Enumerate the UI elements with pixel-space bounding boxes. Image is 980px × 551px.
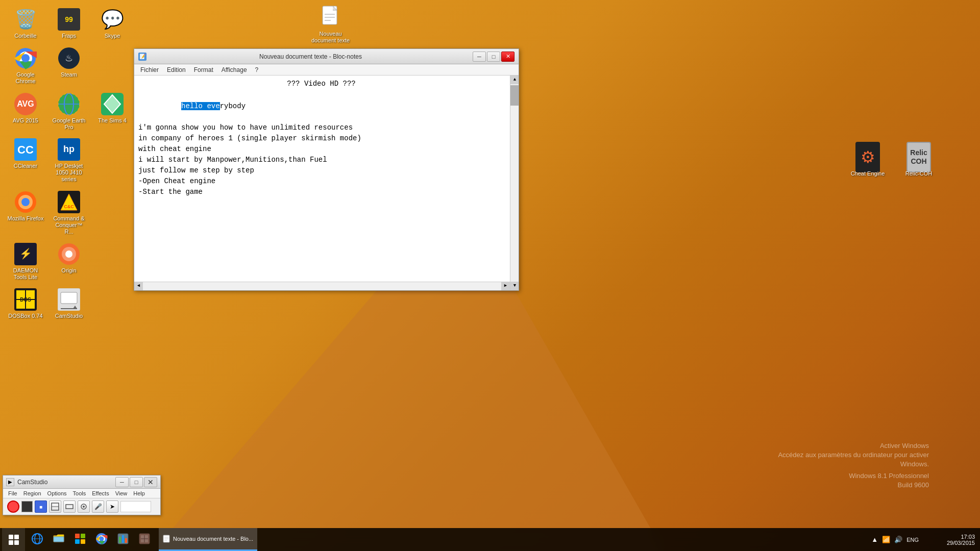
taskbar-notepad[interactable]: Nouveau document texte - Blo... — [159, 528, 257, 551]
cam-menu-options[interactable]: Options — [44, 489, 70, 497]
activation-line3: Windows. — [778, 460, 929, 469]
icon-camstudio-desk[interactable]: CamStudio — [48, 285, 89, 321]
tray-battery[interactable]: ENG — [906, 537, 919, 543]
taskbar-task-manager[interactable] — [113, 528, 133, 551]
cam-menu-view[interactable]: View — [112, 489, 131, 497]
svg-rect-46 — [54, 537, 64, 542]
camstudio-window: ▶ CamStudio ─ □ ✕ File Region Options To… — [3, 475, 161, 515]
icon-hp-label: HP Deskjet 1050 J410 series — [51, 163, 87, 183]
taskbar: Nouveau document texte - Blo... ▲ 📶 🔊 EN… — [0, 528, 980, 551]
tray-arrow[interactable]: ▲ — [871, 536, 878, 543]
taskbar-explorer[interactable] — [48, 528, 69, 551]
text-line8: -Open Cheat engine — [138, 176, 504, 187]
text-line5: with cheat engine — [138, 144, 504, 155]
svg-rect-48 — [81, 534, 85, 538]
camstudio-minimize[interactable]: ─ — [115, 477, 129, 487]
start-button[interactable] — [2, 528, 25, 551]
svg-text:CC: CC — [17, 143, 34, 156]
icon-dosbox[interactable]: DOS DOSBox 0.74 — [5, 285, 46, 321]
icon-corbeille[interactable]: 🗑️ Corbeille — [5, 5, 46, 41]
cam-record-button[interactable] — [7, 500, 19, 513]
cam-menu-effects[interactable]: Effects — [89, 489, 112, 497]
cam-btn-cursor[interactable]: ➤ — [106, 500, 118, 513]
minimize-button[interactable]: ─ — [473, 52, 486, 62]
icon-fraps[interactable]: 99 Fraps — [48, 5, 89, 41]
svg-point-2 — [21, 54, 30, 62]
icon-mozilla-label: Mozilla Firefox — [8, 215, 44, 222]
camstudio-restore[interactable]: □ — [130, 477, 143, 487]
icon-avg[interactable]: AVG AVG 2015 — [5, 90, 46, 133]
notepad-window: 📝 Nouveau document texte - Bloc-notes ─ … — [134, 48, 519, 291]
text-line3: i'm gonna show you how to have unlimited… — [138, 122, 504, 133]
scrollbar-left[interactable]: ◀ — [134, 282, 143, 291]
icon-ccleaner[interactable]: CC CCleaner — [5, 135, 46, 185]
close-button[interactable]: ✕ — [501, 52, 514, 62]
icon-google-chrome[interactable]: Google Chrome — [5, 44, 46, 87]
menu-fichier[interactable]: Fichier — [136, 65, 163, 74]
icon-origin[interactable]: Origin — [48, 240, 89, 283]
tray-volume[interactable]: 🔊 — [894, 536, 902, 543]
icon-mozilla[interactable]: Mozilla Firefox — [5, 188, 46, 238]
svg-rect-47 — [75, 534, 80, 538]
cam-menu-tools[interactable]: Tools — [70, 489, 89, 497]
cam-btn-region1[interactable] — [49, 500, 61, 513]
scrollbar-down[interactable]: ▼ — [510, 282, 519, 290]
icon-daemon[interactable]: ⚡ DAEMON Tools Lite — [5, 240, 46, 283]
cam-btn-mic[interactable]: 🎤 — [92, 500, 104, 513]
camstudio-title-text: CamStudio — [17, 479, 47, 486]
desktop: 🗑️ Corbeille 99 Fraps 💬 Skype — [0, 0, 980, 551]
icon-chrome-label: Google Chrome — [7, 71, 44, 85]
menu-format[interactable]: Format — [190, 65, 217, 74]
clock-date: 29/03/2015 — [947, 540, 975, 546]
taskbar-ie[interactable] — [27, 528, 47, 551]
cam-btn-region2[interactable] — [63, 500, 76, 513]
icon-sims[interactable]: The Sims 4 — [92, 90, 133, 133]
cam-menu-help[interactable]: Help — [130, 489, 148, 497]
origin-icon — [57, 242, 81, 266]
taskbar-chrome[interactable] — [91, 528, 112, 551]
scrollbar-right[interactable]: ▶ — [501, 282, 510, 291]
svg-point-53 — [100, 537, 104, 541]
restore-button[interactable]: □ — [487, 52, 500, 62]
svg-rect-50 — [81, 539, 85, 544]
taskbar-item6[interactable] — [134, 528, 155, 551]
cam-menu-file[interactable]: File — [5, 489, 20, 497]
svg-rect-57 — [125, 538, 127, 543]
titlebar-buttons: ─ □ ✕ — [473, 52, 514, 62]
icon-skype[interactable]: 💬 Skype — [92, 5, 133, 41]
taskbar-notepad-label: Nouveau document texte - Blo... — [173, 536, 253, 542]
cam-menu-region[interactable]: Region — [20, 489, 44, 497]
svg-rect-56 — [122, 535, 124, 543]
hp-icon: hp — [57, 137, 81, 162]
cam-btn-settings[interactable] — [78, 500, 90, 513]
camstudio-close[interactable]: ✕ — [144, 477, 157, 487]
tray-network[interactable]: 📶 — [882, 536, 890, 543]
icon-ccleaner-label: CCleaner — [14, 163, 37, 169]
icon-google-earth[interactable]: Google Earth Pro — [48, 90, 89, 133]
icon-steam[interactable]: ♨ Steam — [48, 44, 89, 87]
cam-stop-button[interactable] — [21, 501, 33, 512]
cam-btn-blue[interactable]: ■ — [35, 500, 47, 513]
icon-origin-label: Origin — [61, 267, 76, 274]
text-title-line: ??? Video HD ??? — [138, 78, 504, 90]
taskbar-clock[interactable]: 17:03 29/03/2015 — [947, 534, 975, 546]
icon-relicoh[interactable]: RelicCOH Relic-COH — [898, 143, 939, 179]
camstudio-window-icon: ▶ — [6, 478, 14, 486]
menu-help[interactable]: ? — [251, 65, 263, 74]
icon-google-earth-label: Google Earth Pro — [51, 117, 87, 131]
scrollbar-up[interactable]: ▲ — [510, 76, 519, 84]
cmd-conquer-icon: C&C — [57, 190, 81, 214]
taskbar-store[interactable] — [70, 528, 90, 551]
scrollbar-thumb[interactable] — [510, 85, 519, 106]
menu-edition[interactable]: Edition — [163, 65, 190, 74]
windows-version: Windows 8.1 Professionnel — [778, 471, 929, 481]
icon-hp[interactable]: hp HP Deskjet 1050 J410 series — [48, 135, 89, 185]
icon-cmd-conquer[interactable]: C&C Command & Conquer™ R... — [48, 188, 89, 238]
icon-nouveau-document[interactable]: Nouveaudocument texte — [311, 5, 350, 44]
notepad-content[interactable]: ▲ ▼ ◀ ▶ ??? Video HD ??? hello everybody… — [134, 76, 519, 290]
icon-cheatengine[interactable]: ⚙ Cheat Engine — [847, 143, 888, 179]
desktop-icons-right: ⚙ Cheat Engine RelicCOH Relic-COH — [847, 143, 939, 179]
icon-relicoh-label: Relic-COH — [905, 170, 933, 177]
document-icon — [318, 5, 343, 30]
menu-affichage[interactable]: Affichage — [217, 65, 251, 74]
